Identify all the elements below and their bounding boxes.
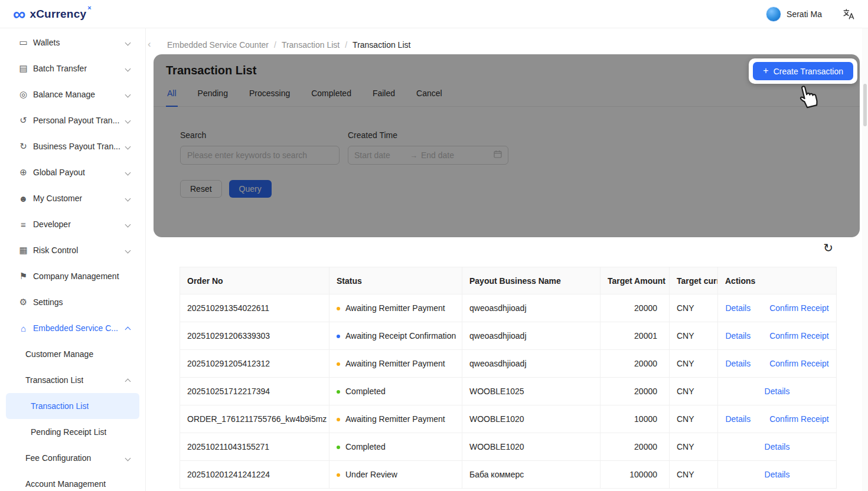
chevron-up-icon bbox=[125, 378, 131, 384]
sidebar-item-label: Balance Manage bbox=[33, 90, 95, 99]
global-payout-icon: ⊕ bbox=[18, 167, 29, 178]
order-no-cell: 202510201241241224 bbox=[180, 461, 329, 489]
status-cell: Awaiting Remitter Payment bbox=[329, 350, 462, 378]
top-bar: ∞ xCurrency × Serati Ma bbox=[0, 0, 868, 28]
batch-transfer-icon: ▤ bbox=[18, 63, 29, 74]
scrollbar-thumb[interactable] bbox=[863, 84, 867, 126]
sidebar-item-transaction-list[interactable]: Transaction List bbox=[6, 393, 139, 419]
target-amount-cell: 20000 bbox=[601, 433, 670, 461]
details-link[interactable]: Details bbox=[725, 359, 750, 368]
transaction-table: Order NoStatusPayout Business NameTarget… bbox=[180, 267, 837, 489]
translate-icon[interactable] bbox=[842, 8, 855, 21]
target-amount-cell: 20000 bbox=[601, 378, 670, 405]
brand-logo[interactable]: ∞ xCurrency × bbox=[13, 6, 92, 22]
sidebar-item-embedded-service-c[interactable]: ⌂Embedded Service C... bbox=[0, 315, 145, 341]
sidebar-item-balance-manage[interactable]: ◎Balance Manage bbox=[0, 81, 145, 107]
breadcrumb-item[interactable]: Embedded Service Counter bbox=[167, 40, 269, 50]
plus-icon: + bbox=[763, 66, 768, 76]
details-link[interactable]: Details bbox=[725, 331, 750, 341]
sidebar-item-label: Pending Receipt List bbox=[31, 427, 106, 437]
sidebar-item-account-management[interactable]: Account Management bbox=[0, 471, 145, 491]
actions-cell: Details bbox=[718, 378, 837, 405]
table-row: 202510291205412312Awaiting Remitter Paym… bbox=[180, 350, 837, 378]
target-amount-cell: 100000 bbox=[601, 461, 670, 489]
breadcrumb-item: Transaction List bbox=[353, 40, 410, 50]
infinity-icon: ∞ bbox=[13, 6, 25, 22]
sidebar-item-customer-manage[interactable]: Customer Manage bbox=[0, 341, 145, 367]
confirm-receipt-link[interactable]: Confirm Receipt bbox=[769, 359, 828, 368]
status-dot bbox=[337, 362, 340, 366]
confirm-receipt-link[interactable]: Confirm Receipt bbox=[769, 414, 828, 424]
details-link[interactable]: Details bbox=[725, 414, 750, 424]
sidebar-item-settings[interactable]: ⚙Settings bbox=[0, 289, 145, 315]
target-amount-cell: 20000 bbox=[601, 350, 670, 378]
payout-business-name-cell: qweoasdhjioadj bbox=[462, 294, 601, 322]
status-text: Awaiting Remitter Payment bbox=[345, 359, 445, 368]
table-row: 202510211043155271CompletedWOOBLE1020200… bbox=[180, 433, 837, 461]
table-section: ↻ Order NoStatusPayout Business NameTarg… bbox=[167, 242, 860, 489]
payout-business-name-cell: WOOBLE1020 bbox=[462, 433, 601, 461]
table-row: ORDER_1761211755766_kw4b9i5mzAwaiting Re… bbox=[180, 405, 837, 433]
target-currency-cell: CNY bbox=[670, 294, 718, 322]
status-cell: Completed bbox=[329, 433, 462, 461]
confirm-receipt-link[interactable]: Confirm Receipt bbox=[769, 331, 828, 341]
sidebar-item-risk-control[interactable]: ▦Risk Control bbox=[0, 237, 145, 263]
sidebar-item-label: Global Payout bbox=[33, 168, 85, 177]
sidebar-item-label: Transaction List bbox=[31, 401, 89, 411]
brand-name: xCurrency bbox=[30, 6, 86, 22]
main-content: Embedded Service Counter/Transaction Lis… bbox=[146, 28, 868, 491]
sidebar-item-batch-transfer[interactable]: ▤Batch Transfer bbox=[0, 55, 145, 81]
sidebar-item-global-payout[interactable]: ⊕Global Payout bbox=[0, 159, 145, 185]
table-row: 202510251712217394CompletedWOOBLE1025200… bbox=[180, 378, 837, 405]
user-name[interactable]: Serati Ma bbox=[787, 9, 822, 19]
sidebar-item-label: Business Payout Tran... bbox=[33, 142, 120, 151]
create-transaction-button[interactable]: + Create Transaction bbox=[753, 62, 853, 80]
order-no-cell: ORDER_1761211755766_kw4b9i5mz bbox=[180, 405, 329, 433]
details-link[interactable]: Details bbox=[765, 470, 790, 479]
sidebar-item-label: Fee Configuration bbox=[25, 453, 91, 463]
wallet-icon: ▭ bbox=[18, 37, 29, 48]
status-cell: Awaiting Remitter Payment bbox=[329, 294, 462, 322]
payout-business-name-cell: WOOBLE1020 bbox=[462, 405, 601, 433]
sidebar-item-company-management[interactable]: ⚑Company Management bbox=[0, 263, 145, 289]
sidebar-item-transaction-list[interactable]: Transaction List bbox=[0, 367, 145, 393]
sidebar-item-wallets[interactable]: ▭Wallets bbox=[0, 30, 145, 55]
create-transaction-label: Create Transaction bbox=[774, 67, 843, 76]
status-text: Awaiting Remitter Payment bbox=[345, 303, 445, 313]
sidebar-item-personal-payout-tran[interactable]: ↺Personal Payout Tran... bbox=[0, 107, 145, 133]
avatar[interactable] bbox=[766, 6, 781, 22]
target-currency-cell: CNY bbox=[670, 405, 718, 433]
sidebar-item-label: Personal Payout Tran... bbox=[33, 116, 119, 125]
confirm-receipt-link[interactable]: Confirm Receipt bbox=[769, 303, 828, 313]
sidebar-item-label: Developer bbox=[33, 220, 71, 229]
breadcrumb-separator: / bbox=[274, 40, 276, 50]
column-header-status: Status bbox=[329, 267, 462, 294]
sidebar-item-label: Settings bbox=[33, 297, 63, 307]
breadcrumb-item[interactable]: Transaction List bbox=[282, 40, 340, 50]
chevron-down-icon bbox=[125, 40, 131, 45]
sidebar-item-my-customer[interactable]: ☻My Customer bbox=[0, 185, 145, 211]
sidebar-item-label: Batch Transfer bbox=[33, 64, 87, 73]
sidebar-menu: ▭Wallets▤Batch Transfer◎Balance Manage↺P… bbox=[0, 30, 145, 491]
details-link[interactable]: Details bbox=[725, 303, 750, 313]
refresh-icon[interactable]: ↻ bbox=[823, 242, 833, 254]
sidebar-item-fee-configuration[interactable]: Fee Configuration bbox=[0, 445, 145, 471]
sidebar-item-label: Wallets bbox=[33, 38, 60, 47]
topbar-right: Serati Ma bbox=[766, 6, 855, 22]
target-currency-cell: CNY bbox=[670, 350, 718, 378]
status-dot bbox=[337, 307, 340, 310]
sidebar-item-business-payout-tran[interactable]: ↻Business Payout Tran... bbox=[0, 133, 145, 159]
target-amount-cell: 20001 bbox=[601, 322, 670, 350]
details-link[interactable]: Details bbox=[765, 442, 790, 451]
column-header-target-curr: Target curr bbox=[670, 267, 718, 294]
app-layout: ▭Wallets▤Batch Transfer◎Balance Manage↺P… bbox=[0, 28, 868, 491]
sidebar-item-label: Embedded Service C... bbox=[33, 323, 118, 333]
payout-business-name-cell: qweoasdhjioadj bbox=[462, 350, 601, 378]
details-link[interactable]: Details bbox=[765, 387, 790, 396]
payout-business-name-cell: WOOBLE1025 bbox=[462, 378, 601, 405]
sidebar-item-pending-receipt-list[interactable]: Pending Receipt List bbox=[0, 419, 145, 445]
embedded-service-icon: ⌂ bbox=[18, 323, 29, 333]
sidebar-item-developer[interactable]: ≡Developer bbox=[0, 211, 145, 237]
chevron-down-icon bbox=[125, 66, 131, 71]
sidebar-collapse-button[interactable]: ‹ bbox=[148, 39, 151, 49]
